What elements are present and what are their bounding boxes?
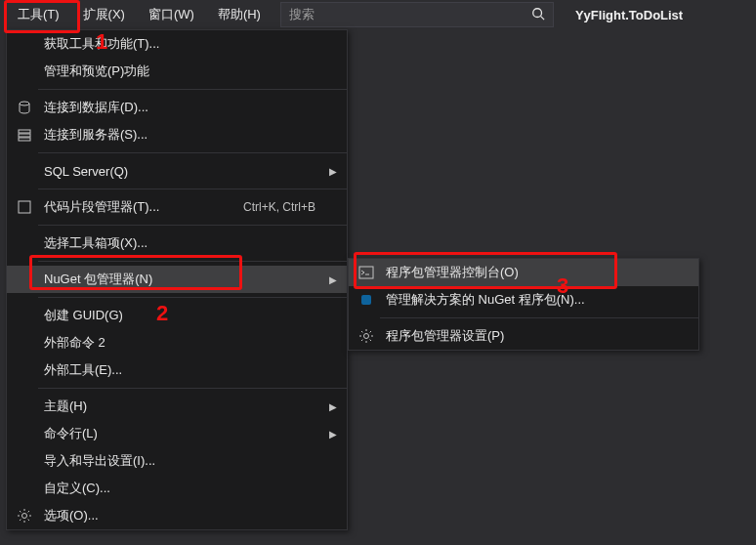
- separator: [38, 297, 347, 298]
- label: 命令行(L): [36, 425, 325, 442]
- separator: [38, 189, 347, 189]
- separator: [38, 261, 347, 262]
- item-theme[interactable]: 主题(H) ▶: [7, 393, 347, 420]
- label: 自定义(C)...: [36, 480, 325, 497]
- item-connect-server[interactable]: 连接到服务器(S)...: [7, 121, 347, 148]
- label: 选项(O)...: [36, 507, 325, 524]
- item-get-tools[interactable]: 获取工具和功能(T)...: [7, 30, 347, 58]
- svg-line-1: [541, 16, 545, 20]
- gear-icon: [355, 326, 378, 346]
- separator: [380, 317, 698, 318]
- item-nuget[interactable]: NuGet 包管理器(N) ▶: [7, 266, 347, 293]
- chevron-right-icon: ▶: [325, 274, 337, 285]
- search-icon: [531, 7, 545, 23]
- item-manage-preview[interactable]: 管理和预览(P)功能: [7, 58, 347, 85]
- item-cmdline[interactable]: 命令行(L) ▶: [7, 420, 347, 447]
- menubar: 工具(T) 扩展(X) 窗口(W) 帮助(H) 搜索 YyFlight.ToDo…: [0, 0, 756, 29]
- gear-icon: [13, 506, 36, 525]
- svg-point-0: [533, 8, 542, 17]
- subitem-console[interactable]: 程序包管理器控制台(O): [349, 259, 698, 286]
- label: 创建 GUID(G): [36, 307, 325, 324]
- blank-icon: [13, 270, 36, 289]
- blank-icon: [13, 360, 36, 380]
- label: 连接到数据库(D)...: [36, 99, 325, 116]
- label: NuGet 包管理器(N): [36, 271, 325, 288]
- label: 程序包管理器设置(P): [378, 327, 689, 345]
- svg-point-7: [22, 514, 27, 519]
- search-placeholder: 搜索: [289, 6, 531, 23]
- label: 导入和导出设置(I)...: [36, 452, 325, 470]
- chevron-right-icon: ▶: [325, 401, 337, 412]
- svg-rect-5: [19, 138, 30, 141]
- database-icon: [13, 98, 36, 117]
- svg-point-2: [20, 102, 29, 105]
- item-code-snippet[interactable]: 代码片段管理器(T)... Ctrl+K, Ctrl+B: [7, 193, 347, 221]
- separator: [38, 152, 347, 153]
- search-box[interactable]: 搜索: [280, 2, 554, 27]
- shortcut: Ctrl+K, Ctrl+B: [243, 200, 325, 214]
- console-icon: [355, 263, 378, 282]
- item-customize[interactable]: 自定义(C)...: [7, 475, 347, 502]
- separator: [38, 89, 347, 90]
- chevron-right-icon: ▶: [325, 166, 337, 177]
- project-name: YyFlight.ToDoList: [554, 8, 698, 22]
- blank-icon: [13, 451, 36, 471]
- chevron-right-icon: ▶: [325, 429, 337, 440]
- label: 代码片段管理器(T)...: [36, 198, 243, 216]
- item-ext-tools[interactable]: 外部工具(E)...: [7, 356, 347, 384]
- blank-icon: [13, 424, 36, 443]
- blank-icon: [13, 479, 36, 498]
- item-connect-db[interactable]: 连接到数据库(D)...: [7, 94, 347, 121]
- item-create-guid[interactable]: 创建 GUID(G): [7, 302, 347, 329]
- label: 主题(H): [36, 398, 325, 415]
- label: 管理解决方案的 NuGet 程序包(N)...: [378, 291, 689, 309]
- svg-rect-6: [19, 201, 30, 213]
- menu-help[interactable]: 帮助(H): [206, 1, 273, 28]
- label: 选择工具箱项(X)...: [36, 234, 325, 252]
- tools-dropdown: 获取工具和功能(T)... 管理和预览(P)功能 连接到数据库(D)... 连接…: [6, 29, 348, 530]
- label: SQL Server(Q): [36, 164, 325, 179]
- label: 连接到服务器(S)...: [36, 126, 325, 144]
- item-ext-cmd2[interactable]: 外部命令 2: [7, 329, 347, 356]
- blank-icon: [13, 34, 36, 54]
- snippet-icon: [13, 197, 36, 217]
- item-import-export[interactable]: 导入和导出设置(I)...: [7, 447, 347, 475]
- label: 程序包管理器控制台(O): [378, 264, 689, 281]
- label: 获取工具和功能(T)...: [36, 35, 325, 53]
- menu-tools[interactable]: 工具(T): [6, 1, 71, 28]
- svg-rect-9: [361, 295, 371, 305]
- separator: [38, 225, 347, 226]
- item-options[interactable]: 选项(O)...: [7, 502, 347, 529]
- item-toolbox[interactable]: 选择工具箱项(X)...: [7, 230, 347, 257]
- subitem-manage[interactable]: 管理解决方案的 NuGet 程序包(N)...: [349, 286, 698, 314]
- blank-icon: [13, 333, 36, 353]
- nuget-submenu: 程序包管理器控制台(O) 管理解决方案的 NuGet 程序包(N)... 程序包…: [348, 258, 699, 351]
- server-icon: [13, 125, 36, 145]
- svg-point-10: [364, 334, 369, 339]
- blank-icon: [13, 397, 36, 416]
- package-icon: [355, 290, 378, 310]
- blank-icon: [13, 306, 36, 325]
- svg-rect-8: [359, 267, 373, 278]
- label: 外部命令 2: [36, 334, 325, 352]
- item-sql-server[interactable]: SQL Server(Q) ▶: [7, 157, 347, 185]
- menu-window[interactable]: 窗口(W): [137, 1, 206, 28]
- menu-extensions[interactable]: 扩展(X): [71, 1, 137, 28]
- blank-icon: [13, 233, 36, 253]
- svg-rect-4: [19, 134, 30, 137]
- label: 外部工具(E)...: [36, 361, 325, 379]
- separator: [38, 388, 347, 389]
- blank-icon: [13, 62, 36, 81]
- subitem-settings[interactable]: 程序包管理器设置(P): [349, 322, 698, 350]
- blank-icon: [13, 161, 36, 181]
- svg-rect-3: [19, 130, 30, 133]
- label: 管理和预览(P)功能: [36, 63, 325, 80]
